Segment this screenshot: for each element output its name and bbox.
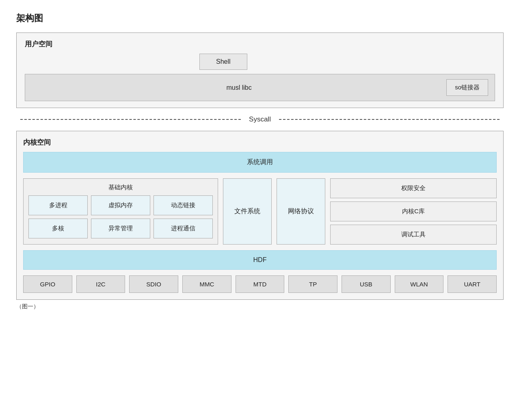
- cell-dynamic-link: 动态链接: [154, 195, 213, 215]
- cell-kernel-c-lib: 内核C库: [330, 201, 497, 221]
- driver-mmc: MMC: [182, 275, 231, 293]
- kernel-space-box: 内核空间 系统调用 基础内核 多进程 虚拟内存 动态链接 多核 异常管理 进程通…: [16, 131, 504, 300]
- driver-row: GPIO I2C SDIO MMC MTD TP USB WLAN UART: [23, 275, 497, 293]
- cell-exception-mgmt: 异常管理: [91, 219, 150, 238]
- shell-row: Shell: [25, 54, 495, 70]
- cell-debug-tools: 调试工具: [330, 225, 497, 245]
- network-protocol-box: 网络协议: [277, 178, 325, 245]
- figure-label: （图一）: [16, 303, 504, 310]
- user-space-box: 用户空间 Shell musl libc so链接器: [16, 32, 504, 108]
- cell-security: 权限安全: [330, 178, 497, 198]
- dashed-line-right: [279, 119, 500, 120]
- base-kernel-grid: 多进程 虚拟内存 动态链接 多核 异常管理 进程通信: [28, 195, 213, 238]
- kernel-space-label: 内核空间: [23, 138, 497, 147]
- file-system-box: 文件系统: [223, 178, 272, 245]
- hdf-bar: HDF: [23, 250, 497, 270]
- dashed-line-left: [20, 119, 241, 120]
- musl-label: musl libc: [32, 84, 446, 91]
- page-title: 架构图: [16, 12, 504, 24]
- cell-virtual-memory: 虚拟内存: [91, 195, 150, 215]
- driver-tp: TP: [288, 275, 337, 293]
- cell-multicore: 多核: [28, 219, 88, 238]
- syscall-divider: Syscall: [16, 115, 504, 123]
- syscall-bar: 系统调用: [23, 152, 497, 173]
- base-kernel-label: 基础内核: [28, 184, 213, 191]
- driver-uart: UART: [448, 275, 497, 293]
- right-column: 权限安全 内核C库 调试工具: [330, 178, 497, 245]
- user-space-label: 用户空间: [25, 39, 495, 49]
- middle-section: 基础内核 多进程 虚拟内存 动态链接 多核 异常管理 进程通信 文件系统 网络协…: [23, 178, 497, 245]
- driver-wlan: WLAN: [395, 275, 444, 293]
- musl-row: musl libc so链接器: [25, 74, 495, 101]
- syscall-label: Syscall: [245, 115, 275, 123]
- driver-gpio: GPIO: [23, 275, 72, 293]
- driver-usb: USB: [342, 275, 391, 293]
- driver-sdio: SDIO: [129, 275, 178, 293]
- cell-ipc: 进程通信: [154, 219, 213, 238]
- so-linker-box: so链接器: [446, 79, 488, 96]
- base-kernel-box: 基础内核 多进程 虚拟内存 动态链接 多核 异常管理 进程通信: [23, 178, 218, 245]
- driver-mtd: MTD: [236, 275, 285, 293]
- shell-box: Shell: [199, 54, 247, 70]
- cell-multiprocess: 多进程: [28, 195, 88, 215]
- driver-i2c: I2C: [76, 275, 125, 293]
